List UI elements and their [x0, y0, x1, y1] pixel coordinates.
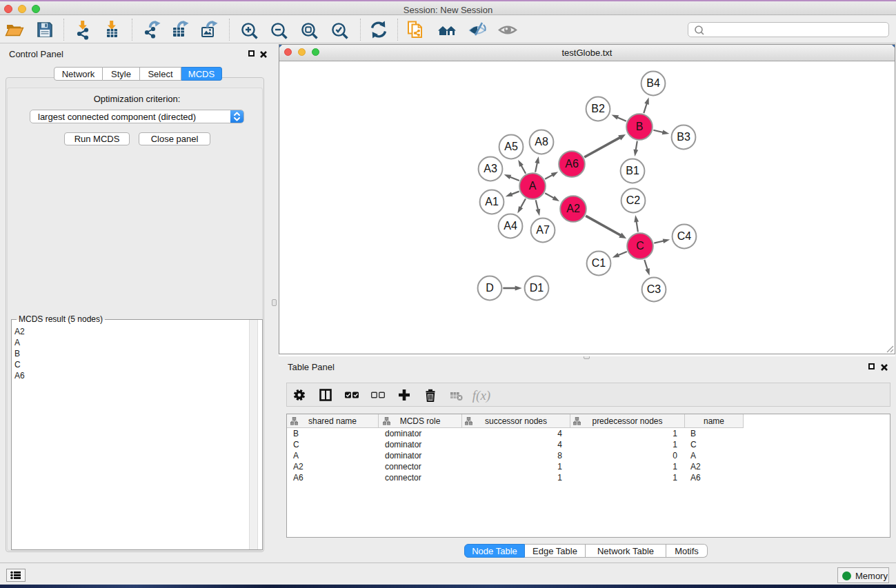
svg-text:B1: B1: [626, 165, 639, 176]
svg-text:A3: A3: [484, 163, 497, 174]
svg-text:C4: C4: [677, 230, 692, 242]
svg-text:f(x): f(x): [472, 388, 490, 403]
svg-text:B: B: [636, 121, 644, 132]
svg-text:C1: C1: [592, 257, 606, 269]
svg-text:D1: D1: [530, 282, 544, 294]
svg-text:B2: B2: [591, 103, 605, 114]
svg-text:D: D: [486, 282, 494, 294]
svg-text:A4: A4: [504, 220, 517, 232]
svg-text:A: A: [529, 180, 537, 192]
svg-text:A2: A2: [566, 203, 580, 214]
svg-text:C2: C2: [626, 194, 641, 206]
svg-text:C: C: [636, 240, 644, 252]
svg-text:B4: B4: [646, 77, 660, 89]
svg-text:B3: B3: [677, 131, 690, 143]
svg-text:A8: A8: [535, 136, 548, 148]
svg-text:A1: A1: [485, 196, 499, 207]
svg-text:A5: A5: [504, 141, 518, 152]
svg-text:A6: A6: [565, 158, 579, 170]
svg-text:A7: A7: [536, 224, 550, 236]
svg-text:C3: C3: [647, 283, 661, 295]
